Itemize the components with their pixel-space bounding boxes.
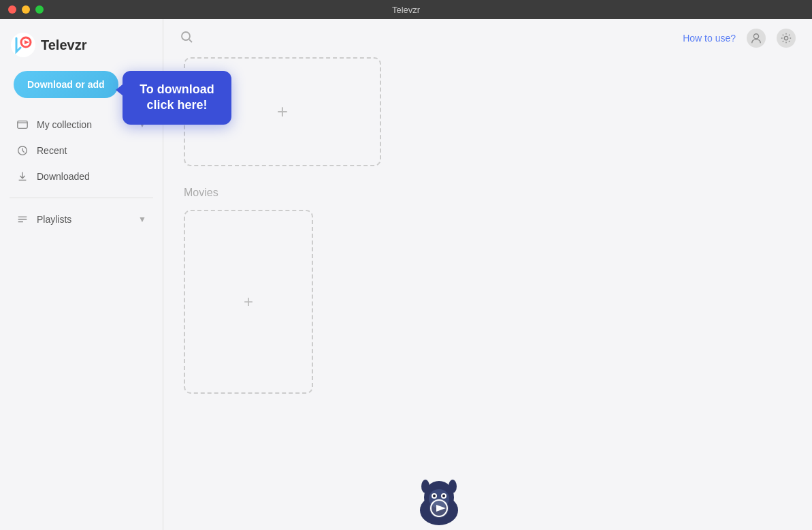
- my-collection-label: My collection: [37, 119, 92, 130]
- sidebar-item-recent[interactable]: Recent: [7, 138, 156, 163]
- mascot-icon: [412, 473, 466, 527]
- tooltip-text: To download click here!: [140, 82, 214, 112]
- sidebar: Televzr Download or add To download clic…: [0, 19, 163, 530]
- playlists-icon: [16, 213, 29, 225]
- app-container: Televzr Download or add To download clic…: [0, 19, 812, 530]
- sidebar-item-downloaded[interactable]: Downloaded: [7, 163, 156, 189]
- content-area: + Movies +: [163, 57, 812, 530]
- how-to-use-link[interactable]: How to use?: [683, 33, 736, 44]
- svg-rect-3: [18, 121, 27, 129]
- maximize-button[interactable]: [35, 5, 44, 14]
- topbar-right: How to use?: [683, 29, 796, 48]
- main-content: How to use? +: [163, 19, 812, 530]
- download-button-container: Download or add To download click here!: [0, 71, 163, 112]
- sidebar-item-playlists[interactable]: Playlists ▼: [7, 206, 156, 232]
- titlebar: Televzr: [0, 0, 812, 19]
- download-nav-icon: [16, 170, 29, 183]
- svg-point-20: [442, 495, 445, 497]
- nav-divider: [10, 198, 153, 198]
- logo-text: Televzr: [41, 37, 86, 53]
- svg-point-11: [784, 36, 787, 40]
- tooltip-bubble: To download click here!: [123, 71, 231, 125]
- titlebar-title: Televzr: [392, 5, 420, 15]
- download-or-add-button[interactable]: Download or add: [14, 71, 118, 98]
- downloaded-label: Downloaded: [37, 171, 90, 182]
- mascot-area: [412, 473, 466, 530]
- recent-icon: [16, 144, 29, 157]
- movies-section: Movies +: [184, 187, 792, 394]
- svg-point-8: [182, 32, 190, 40]
- search-icon[interactable]: [180, 30, 193, 47]
- svg-point-15: [449, 480, 457, 493]
- minimize-button[interactable]: [22, 5, 30, 14]
- close-button[interactable]: [8, 5, 16, 14]
- playlists-chevron-icon: ▼: [138, 215, 146, 224]
- add-movie-plus: +: [244, 292, 253, 311]
- search-area: [180, 30, 193, 47]
- playlists-label: Playlists: [37, 214, 71, 225]
- topbar: How to use?: [163, 19, 812, 57]
- svg-point-10: [753, 34, 758, 39]
- add-card-top-plus: +: [277, 101, 288, 123]
- recent-label: Recent: [37, 145, 67, 156]
- logo-area: Televzr: [0, 26, 163, 71]
- movies-section-label: Movies: [184, 187, 792, 199]
- add-movie-card[interactable]: +: [184, 210, 313, 394]
- window-controls: [8, 5, 44, 14]
- playlists-section: Playlists ▼: [0, 206, 163, 232]
- svg-point-19: [433, 495, 436, 497]
- user-account-button[interactable]: [747, 29, 766, 48]
- svg-point-14: [421, 480, 429, 493]
- settings-button[interactable]: [777, 29, 796, 48]
- televzr-logo-icon: [11, 33, 35, 57]
- collection-icon: [16, 119, 29, 131]
- svg-line-9: [189, 40, 192, 42]
